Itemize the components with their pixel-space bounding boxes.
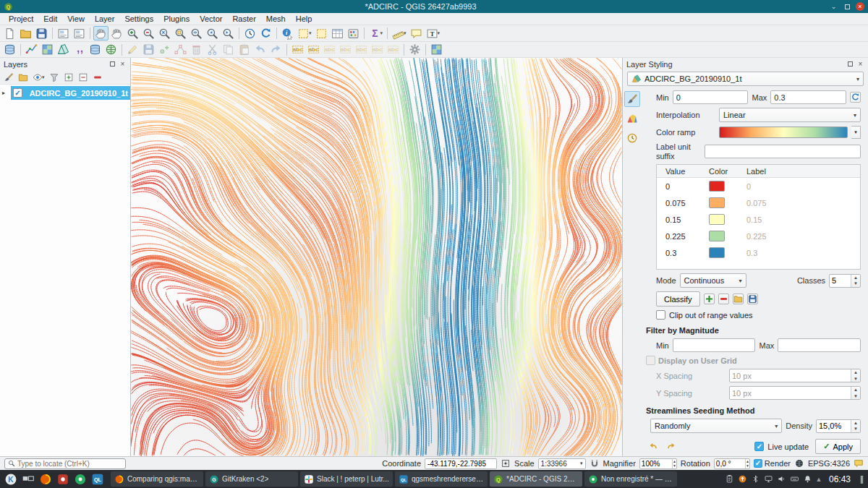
add-wms-layer-button[interactable]: [103, 43, 119, 57]
close-window-icon[interactable]: ×: [856, 2, 864, 11]
pan-map-button[interactable]: [93, 26, 109, 40]
temporal-controller-button[interactable]: [242, 26, 258, 40]
refresh-map-button[interactable]: [258, 26, 273, 40]
filter-max-input[interactable]: [778, 338, 861, 352]
label-unit-suffix-input[interactable]: [705, 145, 861, 158]
color-column-header[interactable]: Color: [709, 167, 744, 176]
class-value-cell[interactable]: 0.225: [657, 232, 709, 241]
class-color-swatch[interactable]: [709, 214, 725, 225]
remove-class-button[interactable]: [718, 294, 729, 304]
symbology-tab[interactable]: [624, 91, 640, 107]
menu-view[interactable]: View: [62, 14, 90, 24]
zoom-next-button[interactable]: [221, 26, 236, 40]
measure-line-button[interactable]: ▾: [391, 26, 408, 40]
manage-map-themes-button[interactable]: ▾: [31, 71, 46, 83]
user-grid-checkbox[interactable]: [646, 356, 655, 365]
menu-project[interactable]: Project: [4, 14, 38, 24]
zoom-to-layer-button[interactable]: [189, 26, 204, 40]
save-project-button[interactable]: [34, 26, 49, 40]
files-launcher[interactable]: [72, 471, 88, 487]
render-toggle[interactable]: Render: [754, 459, 791, 468]
add-delimited-text-layer-button[interactable]: ,,: [72, 43, 87, 57]
maximize-window-icon[interactable]: [842, 2, 853, 12]
class-value-cell[interactable]: 0.15: [657, 215, 709, 224]
class-value-cell[interactable]: 0.075: [657, 199, 709, 207]
pan-to-selection-button[interactable]: [109, 26, 124, 40]
class-color-swatch[interactable]: [709, 181, 725, 192]
keyboard-tray-icon[interactable]: [790, 474, 799, 484]
color-class-row[interactable]: 0.0750.075: [657, 194, 860, 211]
layer-expander-icon[interactable]: ▸: [2, 90, 9, 96]
class-label-cell[interactable]: 0.15: [744, 215, 860, 224]
max-input[interactable]: [770, 90, 846, 104]
class-color-swatch[interactable]: [709, 231, 725, 241]
tray-expand-icon[interactable]: ▲: [814, 474, 823, 485]
clock[interactable]: 06:43: [825, 474, 854, 484]
scale-select[interactable]: 1:33966▾: [538, 458, 586, 469]
class-label-cell[interactable]: 0.225: [744, 232, 860, 241]
class-color-swatch[interactable]: [709, 247, 725, 258]
deselect-features-button[interactable]: [314, 26, 329, 40]
class-value-cell[interactable]: 0: [657, 182, 709, 191]
clip-out-of-range-checkbox[interactable]: [656, 310, 665, 320]
layer-diagram-options-button[interactable]: abc: [306, 43, 321, 57]
menu-layer[interactable]: Layer: [90, 14, 120, 24]
value-column-header[interactable]: Value: [657, 167, 709, 176]
task-texteditor[interactable]: QLqgsmeshrenderersetti...: [395, 471, 488, 487]
menu-raster[interactable]: Raster: [227, 14, 260, 24]
map-tips-button[interactable]: [409, 26, 424, 40]
density-spinner[interactable]: ▲▼: [816, 419, 861, 433]
field-calculator-button[interactable]: [346, 26, 361, 40]
zoom-last-button[interactable]: [205, 26, 220, 40]
min-input[interactable]: [673, 90, 749, 104]
menu-help[interactable]: Help: [291, 14, 318, 24]
coordinate-input[interactable]: [425, 458, 497, 469]
add-raster-layer-button[interactable]: [40, 43, 55, 57]
menu-mesh[interactable]: Mesh: [261, 14, 291, 24]
mode-select[interactable]: Continuous▾: [680, 273, 746, 288]
menu-vector[interactable]: Vector: [195, 14, 227, 24]
add-group-button[interactable]: [17, 71, 30, 83]
class-label-cell[interactable]: 0.075: [744, 199, 860, 207]
processing-toolbox-button[interactable]: [407, 43, 422, 57]
panel-toggle-icon[interactable]: ▐: [856, 474, 865, 485]
styling-layer-selector[interactable]: ADCIRC_BG_20190910_1t ▾: [627, 72, 864, 86]
zoom-to-selection-button[interactable]: [173, 26, 188, 40]
load-color-map-button[interactable]: [733, 294, 744, 304]
ql-launcher[interactable]: QL: [90, 471, 106, 487]
notifications-tray-icon[interactable]: [803, 474, 812, 484]
menu-plugins[interactable]: Plugins: [158, 14, 195, 24]
render-checkbox[interactable]: [754, 459, 762, 468]
history-tab[interactable]: [624, 130, 640, 146]
locate-input[interactable]: [17, 460, 122, 468]
style-redo-button[interactable]: [664, 440, 678, 453]
task-slack[interactable]: Slack | ! peterp | Lutr...: [300, 471, 393, 487]
interpolation-select[interactable]: Linear▾: [719, 108, 861, 122]
volume-tray-icon[interactable]: [777, 474, 786, 484]
new-project-button[interactable]: [2, 26, 17, 40]
extent-toggle-icon[interactable]: [501, 458, 511, 468]
task-qgis[interactable]: Q*ADCIRC - QGIS 26427...: [490, 471, 582, 487]
open-layer-styling-button[interactable]: [2, 71, 15, 83]
expand-all-button[interactable]: [62, 71, 75, 83]
filter-legend-button[interactable]: [48, 71, 61, 83]
classes-spinner[interactable]: ▲▼: [829, 274, 861, 288]
messages-icon[interactable]: [854, 458, 864, 468]
mesh-calculator-button[interactable]: [429, 43, 444, 57]
collapse-all-button[interactable]: [77, 71, 90, 83]
color-class-row[interactable]: 0.30.3: [657, 244, 860, 261]
mesh-rendering-tab[interactable]: [624, 111, 640, 127]
class-label-cell[interactable]: 0: [744, 182, 860, 191]
undock-styling-panel-icon[interactable]: [846, 60, 854, 68]
task-gitkraken[interactable]: GGitKraken <2>: [205, 471, 298, 487]
classify-button[interactable]: Classify: [656, 291, 700, 307]
crs-icon[interactable]: [794, 458, 804, 468]
open-data-source-manager-button[interactable]: [2, 43, 17, 57]
reload-minmax-button[interactable]: [850, 92, 861, 103]
clipboard-tray-icon[interactable]: [725, 474, 734, 484]
class-value-cell[interactable]: 0.3: [657, 249, 709, 257]
network-tray-icon[interactable]: [764, 474, 773, 484]
zoom-in-button[interactable]: [125, 26, 140, 40]
apply-button[interactable]: ✓ Apply: [815, 439, 861, 454]
color-class-row[interactable]: 0.2250.225: [657, 228, 860, 244]
